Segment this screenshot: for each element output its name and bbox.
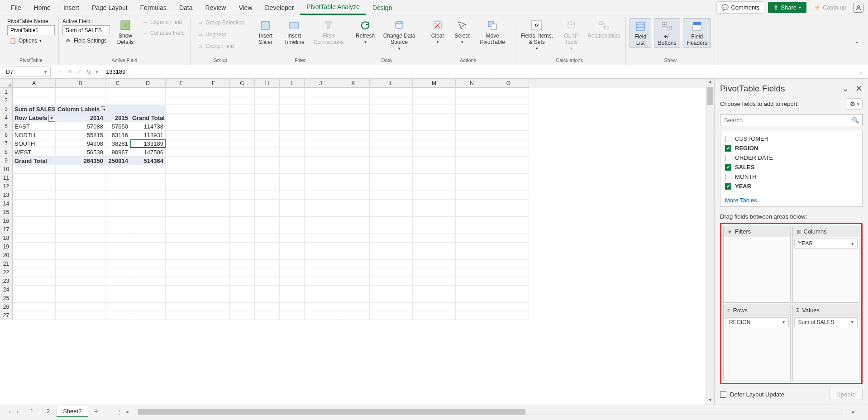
- cell-C7[interactable]: 38281: [105, 139, 130, 148]
- column-filter-button[interactable]: ▾: [101, 106, 105, 113]
- cell-E10[interactable]: [166, 165, 197, 174]
- panel-settings-button[interactable]: ⚙ ▾: [847, 98, 863, 110]
- cell-J3[interactable]: [305, 105, 337, 114]
- cell-B16[interactable]: [56, 217, 105, 225]
- cell-G24[interactable]: [230, 286, 255, 294]
- row-header-14[interactable]: 14: [0, 200, 13, 208]
- cell-A17[interactable]: [13, 225, 56, 234]
- cell-C9[interactable]: 250014: [105, 157, 130, 165]
- cell-F14[interactable]: [197, 200, 230, 208]
- cell-O8[interactable]: [488, 148, 529, 157]
- cell-N10[interactable]: [456, 165, 488, 174]
- cell-J14[interactable]: [305, 200, 337, 208]
- cell-G17[interactable]: [230, 225, 255, 234]
- cell-G8[interactable]: [230, 148, 255, 157]
- cell-J19[interactable]: [305, 243, 337, 251]
- cell-L5[interactable]: [370, 122, 413, 131]
- tab-view[interactable]: View: [232, 1, 258, 14]
- cell-J7[interactable]: [305, 139, 337, 148]
- cell-O22[interactable]: [488, 268, 529, 277]
- cell-F12[interactable]: [197, 182, 230, 191]
- hscroll-thumb[interactable]: [138, 409, 525, 415]
- vertical-scrollbar[interactable]: ▴ ▾: [706, 79, 714, 405]
- cell-D22[interactable]: [130, 268, 166, 277]
- cell-J4[interactable]: [305, 114, 337, 122]
- cell-K1[interactable]: [337, 88, 370, 96]
- cell-O19[interactable]: [488, 243, 529, 251]
- cell-G18[interactable]: [230, 234, 255, 243]
- cell-M17[interactable]: [413, 225, 456, 234]
- cell-A9[interactable]: Grand Total: [13, 157, 56, 165]
- cell-E13[interactable]: [166, 191, 197, 200]
- cell-N1[interactable]: [456, 88, 488, 96]
- col-header-I[interactable]: I: [280, 79, 305, 88]
- cell-M15[interactable]: [413, 208, 456, 217]
- row-header-27[interactable]: 27: [0, 311, 13, 320]
- cell-I6[interactable]: [280, 131, 305, 139]
- tab-design[interactable]: Design: [366, 1, 399, 14]
- col-header-N[interactable]: N: [456, 79, 488, 88]
- cell-E19[interactable]: [166, 243, 197, 251]
- more-tables-link[interactable]: More Tables...: [720, 194, 863, 207]
- cell-M3[interactable]: [413, 105, 456, 114]
- cell-I20[interactable]: [280, 251, 305, 260]
- cell-B19[interactable]: [56, 243, 105, 251]
- cell-H7[interactable]: [255, 139, 280, 148]
- rows-area[interactable]: ≡Rows REGION▾: [723, 305, 791, 382]
- tab-file[interactable]: File: [5, 1, 28, 14]
- field-list[interactable]: CUSTOMER✓REGIONORDER DATE✓SALESMONTH✓YEA…: [720, 131, 863, 194]
- cell-C16[interactable]: [105, 217, 130, 225]
- cell-C19[interactable]: [105, 243, 130, 251]
- cell-B24[interactable]: [56, 286, 105, 294]
- cell-I5[interactable]: [280, 122, 305, 131]
- scroll-down-icon[interactable]: ▾: [706, 397, 714, 405]
- cell-N11[interactable]: [456, 174, 488, 182]
- cell-F24[interactable]: [197, 286, 230, 294]
- cell-D24[interactable]: [130, 286, 166, 294]
- cell-F10[interactable]: [197, 165, 230, 174]
- cell-L9[interactable]: [370, 157, 413, 165]
- cell-L19[interactable]: [370, 243, 413, 251]
- cell-I22[interactable]: [280, 268, 305, 277]
- cell-L27[interactable]: [370, 311, 413, 320]
- cell-F2[interactable]: [197, 96, 230, 105]
- panel-collapse-icon[interactable]: ⌄: [842, 83, 849, 94]
- cell-O12[interactable]: [488, 182, 529, 191]
- cell-A20[interactable]: [13, 251, 56, 260]
- cell-B13[interactable]: [56, 191, 105, 200]
- cell-D4[interactable]: Grand Total: [130, 114, 166, 122]
- cell-H24[interactable]: [255, 286, 280, 294]
- cell-L16[interactable]: [370, 217, 413, 225]
- cell-L7[interactable]: [370, 139, 413, 148]
- cell-G6[interactable]: [230, 131, 255, 139]
- cell-A19[interactable]: [13, 243, 56, 251]
- cell-L23[interactable]: [370, 277, 413, 286]
- cell-I24[interactable]: [280, 286, 305, 294]
- cell-G9[interactable]: [230, 157, 255, 165]
- cell-I11[interactable]: [280, 174, 305, 182]
- cell-B3[interactable]: Column Labels▾: [56, 105, 105, 114]
- area-item-region[interactable]: REGION▾: [725, 317, 789, 327]
- cell-F8[interactable]: [197, 148, 230, 157]
- cell-A25[interactable]: [13, 294, 56, 303]
- cell-L1[interactable]: [370, 88, 413, 96]
- cell-G12[interactable]: [230, 182, 255, 191]
- cell-D1[interactable]: [130, 88, 166, 96]
- cell-J2[interactable]: [305, 96, 337, 105]
- cell-B22[interactable]: [56, 268, 105, 277]
- cell-A27[interactable]: [13, 311, 56, 320]
- cell-I25[interactable]: [280, 294, 305, 303]
- cell-E11[interactable]: [166, 174, 197, 182]
- cell-K4[interactable]: [337, 114, 370, 122]
- cell-D18[interactable]: [130, 234, 166, 243]
- tab-insert[interactable]: Insert: [57, 1, 86, 14]
- cell-E14[interactable]: [166, 200, 197, 208]
- cell-L3[interactable]: [370, 105, 413, 114]
- cell-I3[interactable]: [280, 105, 305, 114]
- cell-G10[interactable]: [230, 165, 255, 174]
- cell-J8[interactable]: [305, 148, 337, 157]
- cell-J15[interactable]: [305, 208, 337, 217]
- cell-I8[interactable]: [280, 148, 305, 157]
- cell-D2[interactable]: [130, 96, 166, 105]
- cell-O2[interactable]: [488, 96, 529, 105]
